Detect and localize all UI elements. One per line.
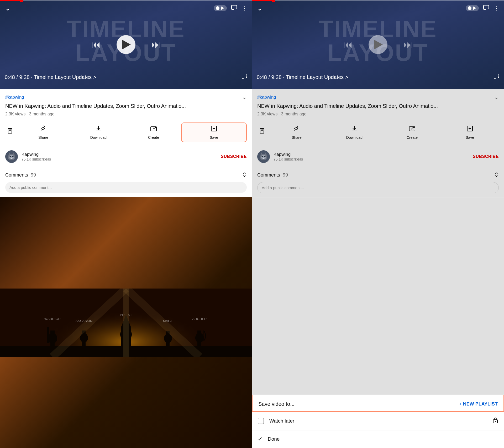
subscribe-btn-left[interactable]: SUBSCRIBE bbox=[221, 154, 247, 159]
share-icon-right bbox=[293, 125, 300, 134]
svg-point-12 bbox=[11, 158, 12, 159]
svg-marker-7 bbox=[8, 152, 10, 155]
comments-label-row-left: Comments 99 bbox=[5, 172, 36, 178]
channel-avatar-left bbox=[5, 150, 18, 163]
svg-rect-36 bbox=[484, 5, 489, 9]
svg-rect-0 bbox=[232, 5, 237, 9]
download-icon-left bbox=[95, 125, 102, 134]
checkmark-icon: ✓ bbox=[258, 436, 262, 442]
svg-marker-43 bbox=[260, 152, 262, 155]
hashtag-text-left[interactable]: #kapwing bbox=[5, 95, 24, 100]
video-meta-left: 2.3K views · 3 months ago bbox=[5, 112, 247, 116]
sort-icon-right[interactable]: ⇕ bbox=[494, 172, 499, 178]
svg-text:ARCHER: ARCHER bbox=[192, 317, 207, 321]
channel-subs-left: 75.1K subscribers bbox=[22, 157, 217, 161]
share-label-right: Share bbox=[292, 135, 301, 140]
chevron-down-icon-left[interactable]: ⌄ bbox=[5, 4, 11, 12]
download-label-right: Download bbox=[346, 135, 363, 140]
save-partial-btn-left[interactable] bbox=[5, 125, 16, 139]
collapse-icon-left[interactable]: ⌄ bbox=[242, 94, 247, 101]
save-icon-right bbox=[466, 125, 473, 134]
play-tri-right bbox=[473, 6, 476, 10]
fullscreen-icon-right[interactable] bbox=[494, 73, 499, 81]
svg-rect-2 bbox=[9, 129, 11, 130]
save-btn-left[interactable]: Save bbox=[181, 122, 247, 142]
svg-marker-8 bbox=[13, 152, 15, 155]
progress-bar-left[interactable] bbox=[0, 0, 252, 1]
action-buttons-right: Share Download Create bbox=[257, 121, 499, 146]
channel-info-left: Kapwing 75.1K subscribers bbox=[22, 152, 217, 161]
svg-point-4 bbox=[155, 126, 156, 128]
comments-label-left: Comments bbox=[5, 172, 28, 178]
info-section-right: #kapwing ⌄ NEW in Kapwing: Audio and Tim… bbox=[252, 89, 504, 121]
play-triangle-right bbox=[374, 40, 383, 49]
video-topbar-left: ⌄ ⋮ bbox=[0, 4, 252, 12]
toggle-dot-left bbox=[216, 6, 219, 10]
svg-point-48 bbox=[263, 158, 264, 159]
action-buttons-left: Share Download Create bbox=[5, 121, 247, 146]
save-partial-icon-left bbox=[7, 128, 14, 137]
prev-btn-right[interactable]: ⏮ bbox=[343, 39, 353, 50]
create-label-left: Create bbox=[148, 135, 159, 140]
create-btn-right[interactable]: Create bbox=[383, 122, 441, 142]
progress-dot-left bbox=[20, 0, 23, 2]
play-toggle-left[interactable] bbox=[214, 5, 227, 11]
save-panel-right: Save video to... + NEW PLAYLIST Watch la… bbox=[252, 394, 504, 448]
collapse-icon-right[interactable]: ⌄ bbox=[494, 94, 499, 101]
save-btn-right[interactable]: Save bbox=[441, 122, 499, 142]
svg-rect-1 bbox=[8, 129, 12, 133]
share-label-left: Share bbox=[38, 135, 48, 140]
comments-header-right: Comments 99 ⇕ bbox=[257, 172, 499, 178]
sort-icon-left[interactable]: ⇕ bbox=[242, 172, 247, 178]
fullscreen-icon-left[interactable] bbox=[242, 73, 247, 81]
play-btn-left[interactable] bbox=[117, 35, 135, 54]
create-label-right: Create bbox=[407, 135, 418, 140]
comment-input-left[interactable] bbox=[5, 182, 247, 193]
new-playlist-btn[interactable]: + NEW PLAYLIST bbox=[459, 401, 498, 407]
svg-point-10 bbox=[10, 156, 11, 157]
play-toggle-right[interactable] bbox=[466, 5, 479, 11]
left-panel: TIMELINELAYOUT ⌄ ⋮ ⏮ bbox=[0, 0, 252, 448]
video-title-right: NEW in Kapwing: Audio and Timeline Updat… bbox=[257, 102, 499, 110]
prev-btn-left[interactable]: ⏮ bbox=[91, 39, 101, 50]
create-icon-left bbox=[150, 125, 157, 134]
next-btn-left[interactable]: ⏭ bbox=[151, 39, 161, 50]
hashtag-right: #kapwing ⌄ bbox=[257, 94, 499, 101]
share-btn-right[interactable]: Share bbox=[268, 122, 326, 142]
more-icon-left[interactable]: ⋮ bbox=[242, 5, 247, 12]
cast-icon-right[interactable] bbox=[483, 5, 489, 12]
svg-point-40 bbox=[413, 126, 415, 128]
create-btn-left[interactable]: Create bbox=[126, 122, 181, 142]
right-panel: TIMELINELAYOUT ⌄ ⋮ ⏮ bbox=[252, 0, 504, 448]
download-btn-right[interactable]: Download bbox=[326, 122, 383, 142]
save-panel-header: Save video to... + NEW PLAYLIST bbox=[252, 395, 504, 412]
done-label: Done bbox=[268, 436, 498, 442]
download-icon-right bbox=[351, 125, 358, 134]
hashtag-text-right[interactable]: #kapwing bbox=[257, 95, 276, 100]
play-tri-left bbox=[221, 6, 224, 10]
channel-subs-right: 75.1K subscribers bbox=[274, 157, 469, 161]
video-meta-right: 2.3K views · 3 months ago bbox=[257, 112, 499, 116]
save-video-label: Save video to... bbox=[258, 401, 295, 407]
save-partial-right[interactable] bbox=[257, 125, 268, 139]
next-btn-right[interactable]: ⏭ bbox=[403, 39, 413, 50]
video-title-left: NEW in Kapwing: Audio and Timeline Updat… bbox=[5, 102, 247, 110]
progress-fill-right bbox=[252, 0, 274, 1]
progress-bar-right[interactable] bbox=[252, 0, 504, 1]
more-icon-right[interactable]: ⋮ bbox=[494, 5, 499, 12]
subscribe-btn-right[interactable]: SUBSCRIBE bbox=[473, 154, 499, 159]
chevron-down-icon-right[interactable]: ⌄ bbox=[257, 4, 263, 12]
hashtag-left: #kapwing ⌄ bbox=[5, 94, 247, 101]
play-btn-right[interactable] bbox=[369, 35, 387, 54]
comment-input-right[interactable] bbox=[257, 182, 499, 193]
done-item: ✓ Done bbox=[252, 430, 504, 448]
watch-later-checkbox[interactable] bbox=[258, 418, 264, 424]
svg-rect-37 bbox=[260, 129, 264, 133]
thumbnail-left: WARRIOR ASSASSIN PRIEST MAGE ARCHER bbox=[0, 197, 252, 448]
download-btn-left[interactable]: Download bbox=[71, 122, 126, 142]
channel-avatar-right bbox=[257, 150, 270, 163]
save-label-right: Save bbox=[466, 135, 474, 140]
cast-icon-left[interactable] bbox=[231, 5, 237, 12]
create-icon-right bbox=[409, 125, 416, 134]
share-btn-left[interactable]: Share bbox=[16, 122, 71, 142]
